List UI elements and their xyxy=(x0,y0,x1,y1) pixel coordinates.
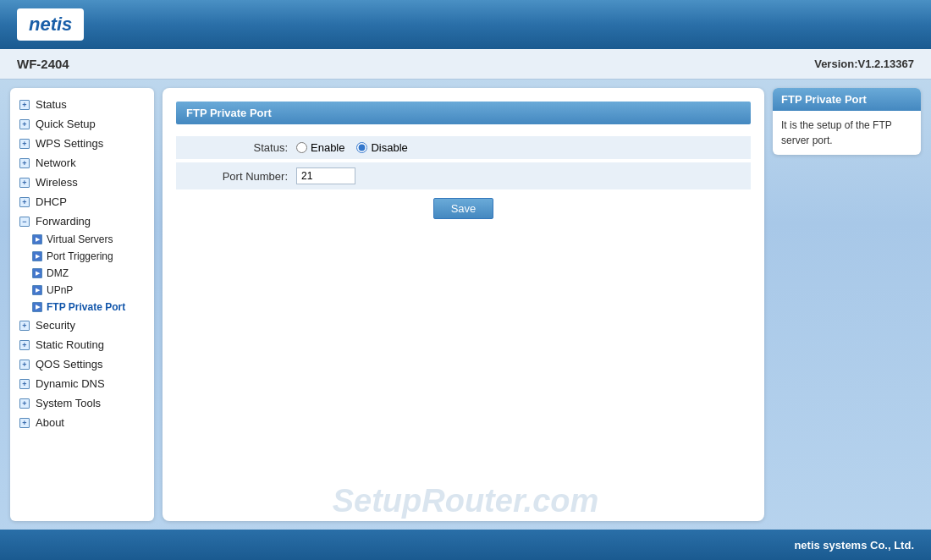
disable-radio-label[interactable]: Disable xyxy=(356,141,407,154)
security-label: Security xyxy=(36,319,75,332)
system-tools-icon: + xyxy=(19,398,30,409)
logo-text: netis xyxy=(29,14,72,36)
qos-settings-label: QOS Settings xyxy=(36,358,102,371)
panel-title: FTP Private Port xyxy=(176,102,751,124)
port-number-label: Port Number: xyxy=(186,170,288,183)
footer-text: netis systems Co., Ltd. xyxy=(794,539,914,552)
help-box: FTP Private Port It is the setup of the … xyxy=(773,88,921,155)
about-icon: + xyxy=(19,417,30,429)
dhcp-icon: + xyxy=(19,196,30,208)
sidebar-item-quick-setup[interactable]: +Quick Setup xyxy=(10,114,154,134)
static-routing-icon: + xyxy=(19,339,30,351)
sidebar-item-wireless[interactable]: +Wireless xyxy=(10,173,154,192)
sidebar-item-qos-settings[interactable]: +QOS Settings xyxy=(10,354,154,374)
ftp-private-port-icon: ▶ xyxy=(32,302,42,312)
quick-setup-icon: + xyxy=(19,118,30,130)
system-tools-label: System Tools xyxy=(36,397,101,409)
sidebar-item-dynamic-dns[interactable]: +Dynamic DNS xyxy=(10,374,154,393)
help-panel: FTP Private Port It is the setup of the … xyxy=(773,88,921,521)
sidebar-item-upnp[interactable]: ▶UPnP xyxy=(10,282,154,299)
port-triggering-label: Port Triggering xyxy=(47,250,113,262)
sidebar-item-dhcp[interactable]: +DHCP xyxy=(10,192,154,211)
network-icon: + xyxy=(19,157,30,169)
port-number-controls xyxy=(296,167,355,184)
forwarding-icon: − xyxy=(19,216,30,228)
quick-setup-label: Quick Setup xyxy=(36,118,96,130)
subheader: WF-2404 Version:V1.2.13367 xyxy=(0,49,931,80)
about-label: About xyxy=(36,416,64,429)
wireless-label: Wireless xyxy=(36,176,78,189)
wireless-icon: + xyxy=(19,177,30,189)
status-row: Status: Enable Disable xyxy=(176,136,751,159)
logo-box: netis xyxy=(17,8,84,41)
status-label: Status xyxy=(36,98,67,111)
save-row: Save xyxy=(176,198,751,219)
status-label: Status: xyxy=(186,141,288,154)
version-text: Version:V1.2.13367 xyxy=(814,58,914,70)
sidebar-item-status[interactable]: +Status xyxy=(10,95,154,114)
sidebar-item-system-tools[interactable]: +System Tools xyxy=(10,393,154,413)
content-panel: FTP Private Port Status: Enable Disable xyxy=(163,88,764,521)
static-routing-label: Static Routing xyxy=(36,338,104,351)
network-label: Network xyxy=(36,156,76,169)
security-icon: + xyxy=(19,320,30,332)
sidebar-item-network[interactable]: +Network xyxy=(10,153,154,173)
help-title: FTP Private Port xyxy=(773,88,921,111)
dynamic-dns-label: Dynamic DNS xyxy=(36,377,105,390)
wps-settings-icon: + xyxy=(19,138,30,150)
ftp-private-port-label: FTP Private Port xyxy=(47,301,125,313)
wps-settings-label: WPS Settings xyxy=(36,137,103,150)
virtual-servers-label: Virtual Servers xyxy=(47,233,113,245)
dmz-icon: ▶ xyxy=(32,268,42,278)
port-triggering-icon: ▶ xyxy=(32,251,42,261)
content-area: FTP Private Port Status: Enable Disable xyxy=(163,88,764,521)
sidebar-item-forwarding[interactable]: −Forwarding xyxy=(10,211,154,231)
upnp-icon: ▶ xyxy=(32,285,42,295)
sidebar-item-security[interactable]: +Security xyxy=(10,316,154,335)
forwarding-label: Forwarding xyxy=(36,215,91,228)
port-number-input[interactable] xyxy=(296,167,355,184)
enable-radio[interactable] xyxy=(296,142,307,153)
help-body: It is the setup of the FTP server port. xyxy=(773,111,921,155)
header: netis xyxy=(0,0,931,49)
qos-settings-icon: + xyxy=(19,359,30,371)
status-icon: + xyxy=(19,99,30,111)
disable-radio[interactable] xyxy=(356,142,367,153)
dmz-label: DMZ xyxy=(47,267,69,279)
sidebar-item-ftp-private-port[interactable]: ▶FTP Private Port xyxy=(10,299,154,316)
sidebar-item-port-triggering[interactable]: ▶Port Triggering xyxy=(10,248,154,265)
upnp-label: UPnP xyxy=(47,284,73,296)
sidebar-item-static-routing[interactable]: +Static Routing xyxy=(10,335,154,354)
dhcp-label: DHCP xyxy=(36,195,67,208)
status-radio-group: Enable Disable xyxy=(296,141,408,154)
device-name: WF-2404 xyxy=(17,57,69,71)
main-layout: +Status+Quick Setup+WPS Settings+Network… xyxy=(0,80,931,530)
save-button[interactable]: Save xyxy=(433,198,494,219)
sidebar-item-about[interactable]: +About xyxy=(10,413,154,432)
port-number-row: Port Number: xyxy=(176,162,751,189)
sidebar-item-dmz[interactable]: ▶DMZ xyxy=(10,265,154,282)
sidebar-item-wps-settings[interactable]: +WPS Settings xyxy=(10,134,154,153)
dynamic-dns-icon: + xyxy=(19,378,30,390)
sidebar-item-virtual-servers[interactable]: ▶Virtual Servers xyxy=(10,231,154,248)
sidebar: +Status+Quick Setup+WPS Settings+Network… xyxy=(10,88,154,521)
disable-label: Disable xyxy=(371,141,407,154)
virtual-servers-icon: ▶ xyxy=(32,234,42,244)
enable-label: Enable xyxy=(311,141,344,154)
enable-radio-label[interactable]: Enable xyxy=(296,141,344,154)
footer: netis systems Co., Ltd. xyxy=(0,530,931,560)
